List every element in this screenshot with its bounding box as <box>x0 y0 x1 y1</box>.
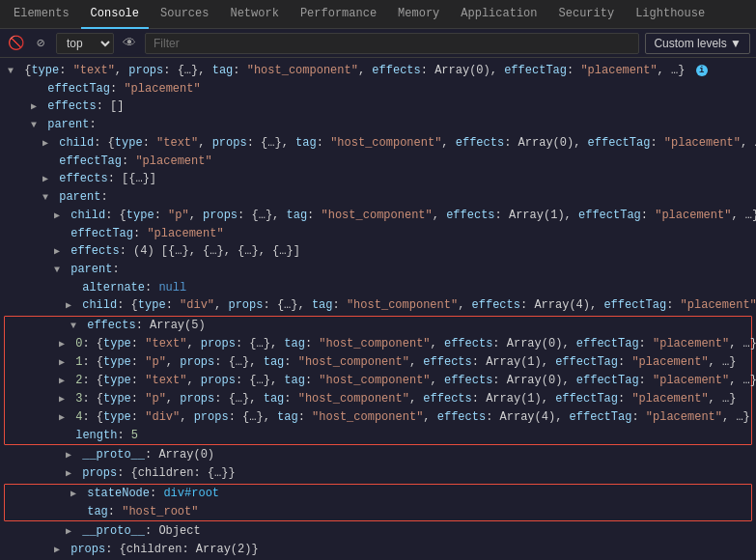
console-line: props: {children: {…}} <box>0 464 756 483</box>
expand-toggle[interactable] <box>59 410 69 426</box>
tab-network[interactable]: Network <box>220 0 288 29</box>
expand-toggle[interactable] <box>59 355 69 371</box>
expand-toggle[interactable] <box>70 487 80 502</box>
console-output: {type: "text", props: {…}, tag: "host_co… <box>0 58 756 560</box>
expand-toggle[interactable] <box>31 118 41 133</box>
tab-security[interactable]: Security <box>549 0 625 29</box>
tab-sources[interactable]: Sources <box>151 0 218 29</box>
tab-lighthouse[interactable]: Lighthouse <box>626 0 714 29</box>
console-line: 3: {type: "p", props: {…}, tag: "host_co… <box>5 390 751 408</box>
console-line: stateNode: div#root <box>5 485 751 503</box>
devtools-tabs: Elements Console Sources Network Perform… <box>0 0 756 29</box>
console-line: alternate: null <box>0 279 756 296</box>
console-line: parent: <box>0 116 756 134</box>
filter-input[interactable] <box>145 33 639 54</box>
tab-elements[interactable]: Elements <box>4 0 79 29</box>
expand-toggle[interactable] <box>42 172 52 187</box>
console-line: 2: {type: "text", props: {…}, tag: "host… <box>5 372 751 390</box>
tab-console[interactable]: Console <box>81 0 149 29</box>
expand-toggle[interactable] <box>59 337 69 352</box>
expand-toggle[interactable] <box>66 524 75 540</box>
expand-toggle[interactable] <box>42 190 52 206</box>
console-line: effects: [] <box>0 98 756 116</box>
expand-toggle[interactable] <box>70 319 80 334</box>
clear-console-button[interactable]: 🚫 <box>6 34 25 53</box>
console-line: 4: {type: "div", props: {…}, tag: "host_… <box>5 408 751 427</box>
console-line: effects: [{…}] <box>0 170 756 188</box>
console-toolbar: 🚫 ⊘ top 👁 Custom levels ▼ <box>0 29 756 58</box>
console-line: child: {type: "text", props: {…}, tag: "… <box>0 134 756 153</box>
console-line: effects: Array(5) <box>5 317 751 335</box>
console-line: effectTag: "placement" <box>0 80 756 98</box>
console-line: 1: {type: "p", props: {…}, tag: "host_co… <box>5 353 751 372</box>
highlight-box-1: effects: Array(5) 0: {type: "text", prop… <box>4 316 752 445</box>
console-line: effectTag: "placement" <box>0 153 756 170</box>
expand-toggle[interactable] <box>54 263 64 278</box>
expand-toggle[interactable] <box>54 244 64 260</box>
expand-toggle[interactable] <box>42 136 52 152</box>
console-line: 0: {type: "text", props: {…}, tag: "host… <box>5 335 751 353</box>
console-line: length: 5 <box>5 427 751 444</box>
expand-toggle[interactable] <box>66 298 75 314</box>
console-line: parent: <box>0 261 756 279</box>
console-line: effects: (4) [{…}, {…}, {…}, {…}] <box>0 242 756 261</box>
info-icon[interactable]: i <box>696 65 708 76</box>
eye-icon[interactable]: 👁 <box>120 34 139 53</box>
console-line: parent: <box>0 188 756 207</box>
expand-toggle[interactable] <box>59 392 69 407</box>
tab-memory[interactable]: Memory <box>388 0 449 29</box>
console-line: effectTag: "placement" <box>0 225 756 242</box>
custom-levels-button[interactable]: Custom levels ▼ <box>645 33 750 54</box>
console-line: tag: "host_root" <box>5 503 751 520</box>
console-line: child: {type: "div", props: {…}, tag: "h… <box>0 296 756 315</box>
console-line: __proto__: Array(0) <box>0 446 756 464</box>
tab-application[interactable]: Application <box>451 0 546 29</box>
console-line: props: {children: Array(2)} <box>0 541 756 559</box>
context-select[interactable]: top <box>56 33 114 54</box>
tab-performance[interactable]: Performance <box>291 0 386 29</box>
expand-toggle[interactable] <box>66 466 75 482</box>
console-line: child: {type: "p", props: {…}, tag: "hos… <box>0 207 756 225</box>
expand-toggle[interactable] <box>31 99 41 115</box>
expand-toggle[interactable] <box>59 374 69 389</box>
expand-toggle[interactable] <box>66 448 75 463</box>
highlight-box-2: stateNode: div#root tag: "host_root" <box>4 484 752 521</box>
console-line: __proto__: Object <box>0 522 756 541</box>
console-line: {type: "text", props: {…}, tag: "host_co… <box>0 62 756 80</box>
expand-toggle[interactable] <box>8 64 17 79</box>
expand-toggle[interactable] <box>54 209 64 224</box>
filter-toggle-button[interactable]: ⊘ <box>31 34 50 53</box>
expand-toggle[interactable] <box>54 543 64 558</box>
